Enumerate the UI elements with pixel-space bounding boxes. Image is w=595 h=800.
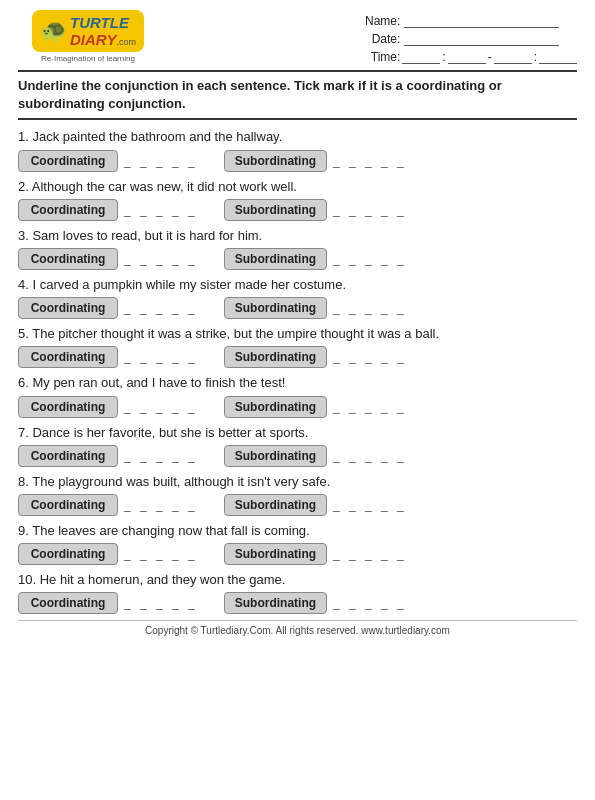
colon-1: : (442, 50, 445, 64)
coordinating-btn-7[interactable]: Coordinating (18, 445, 118, 467)
date-field-row: Date: (364, 32, 577, 46)
sentence-item-1: 1. Jack painted the bathroom and the hal… (18, 128, 577, 171)
time-input-3[interactable] (494, 50, 532, 64)
sentences-list: 1. Jack painted the bathroom and the hal… (18, 128, 577, 614)
name-label: Name: (364, 14, 400, 28)
name-field-row: Name: (364, 14, 577, 28)
coord-group-10: Coordinating _ _ _ _ _ (18, 592, 214, 614)
time-field-row: Time: : - : (364, 50, 577, 64)
coord-group-3: Coordinating _ _ _ _ _ (18, 248, 214, 270)
subordinating-btn-3[interactable]: Subordinating (224, 248, 327, 270)
coord-dashes-8: _ _ _ _ _ (124, 498, 198, 512)
subord-dashes-6: _ _ _ _ _ (333, 400, 407, 414)
coord-dashes-4: _ _ _ _ _ (124, 301, 198, 315)
coord-group-5: Coordinating _ _ _ _ _ (18, 346, 214, 368)
coord-dashes-6: _ _ _ _ _ (124, 400, 198, 414)
coord-dashes-1: _ _ _ _ _ (124, 154, 198, 168)
sentence-item-3: 3. Sam loves to read, but it is hard for… (18, 227, 577, 270)
coord-dashes-3: _ _ _ _ _ (124, 252, 198, 266)
coord-group-9: Coordinating _ _ _ _ _ (18, 543, 214, 565)
sentence-text-2: 2. Although the car was new, it did not … (18, 178, 577, 196)
subord-dashes-3: _ _ _ _ _ (333, 252, 407, 266)
coord-dashes-9: _ _ _ _ _ (124, 547, 198, 561)
time-input-2[interactable] (448, 50, 486, 64)
coord-dashes-2: _ _ _ _ _ (124, 203, 198, 217)
coord-group-8: Coordinating _ _ _ _ _ (18, 494, 214, 516)
subord-group-7: Subordinating _ _ _ _ _ (224, 445, 423, 467)
subord-group-9: Subordinating _ _ _ _ _ (224, 543, 423, 565)
sentence-item-10: 10. He hit a homerun, and they won the g… (18, 571, 577, 614)
subordinating-btn-5[interactable]: Subordinating (224, 346, 327, 368)
subord-dashes-9: _ _ _ _ _ (333, 547, 407, 561)
sentence-text-8: 8. The playground was built, although it… (18, 473, 577, 491)
coordinating-btn-8[interactable]: Coordinating (18, 494, 118, 516)
coord-dashes-10: _ _ _ _ _ (124, 596, 198, 610)
sentence-text-1: 1. Jack painted the bathroom and the hal… (18, 128, 577, 146)
answer-row-10: Coordinating _ _ _ _ _ Subordinating _ _… (18, 592, 577, 614)
time-input-1[interactable] (402, 50, 440, 64)
subord-group-2: Subordinating _ _ _ _ _ (224, 199, 423, 221)
coord-dashes-5: _ _ _ _ _ (124, 350, 198, 364)
logo-subtitle: Re-Imagination of learning (41, 54, 135, 63)
subordinating-btn-4[interactable]: Subordinating (224, 297, 327, 319)
date-input-line[interactable] (404, 32, 559, 46)
sentence-text-6: 6. My pen ran out, and I have to finish … (18, 374, 577, 392)
time-input-4[interactable] (539, 50, 577, 64)
subordinating-btn-7[interactable]: Subordinating (224, 445, 327, 467)
turtle-icon: 🐢 (40, 18, 67, 44)
coordinating-btn-2[interactable]: Coordinating (18, 199, 118, 221)
subord-group-10: Subordinating _ _ _ _ _ (224, 592, 423, 614)
subord-dashes-4: _ _ _ _ _ (333, 301, 407, 315)
sentence-item-9: 9. The leaves are changing now that fall… (18, 522, 577, 565)
subordinating-btn-10[interactable]: Subordinating (224, 592, 327, 614)
coordinating-btn-3[interactable]: Coordinating (18, 248, 118, 270)
sentence-text-5: 5. The pitcher thought it was a strike, … (18, 325, 577, 343)
subord-group-4: Subordinating _ _ _ _ _ (224, 297, 423, 319)
subordinating-btn-1[interactable]: Subordinating (224, 150, 327, 172)
logo-turtle-text: TURTLE (70, 14, 129, 31)
answer-row-8: Coordinating _ _ _ _ _ Subordinating _ _… (18, 494, 577, 516)
sentence-text-7: 7. Dance is her favorite, but she is bet… (18, 424, 577, 442)
sentence-text-3: 3. Sam loves to read, but it is hard for… (18, 227, 577, 245)
name-fields: Name: Date: Time: : - : (364, 14, 577, 64)
coordinating-btn-10[interactable]: Coordinating (18, 592, 118, 614)
coordinating-btn-1[interactable]: Coordinating (18, 150, 118, 172)
sentence-item-7: 7. Dance is her favorite, but she is bet… (18, 424, 577, 467)
subordinating-btn-9[interactable]: Subordinating (224, 543, 327, 565)
sentence-text-10: 10. He hit a homerun, and they won the g… (18, 571, 577, 589)
subord-group-8: Subordinating _ _ _ _ _ (224, 494, 423, 516)
logo-area: 🐢 TURTLE DIARY .com Re-Imagination of le… (18, 10, 158, 63)
subord-dashes-2: _ _ _ _ _ (333, 203, 407, 217)
subordinating-btn-2[interactable]: Subordinating (224, 199, 327, 221)
name-input-line[interactable] (404, 14, 559, 28)
subordinating-btn-8[interactable]: Subordinating (224, 494, 327, 516)
sentence-item-6: 6. My pen ran out, and I have to finish … (18, 374, 577, 417)
instruction-text: Underline the conjunction in each senten… (18, 70, 577, 120)
colon-2: : (534, 50, 537, 64)
coord-group-2: Coordinating _ _ _ _ _ (18, 199, 214, 221)
coordinating-btn-6[interactable]: Coordinating (18, 396, 118, 418)
subord-dashes-8: _ _ _ _ _ (333, 498, 407, 512)
subord-group-6: Subordinating _ _ _ _ _ (224, 396, 423, 418)
dash-1: - (488, 50, 492, 64)
sentence-item-2: 2. Although the car was new, it did not … (18, 178, 577, 221)
coord-group-6: Coordinating _ _ _ _ _ (18, 396, 214, 418)
time-label: Time: (364, 50, 400, 64)
coord-group-7: Coordinating _ _ _ _ _ (18, 445, 214, 467)
subordinating-btn-6[interactable]: Subordinating (224, 396, 327, 418)
coord-dashes-7: _ _ _ _ _ (124, 449, 198, 463)
subord-dashes-10: _ _ _ _ _ (333, 596, 407, 610)
date-label: Date: (364, 32, 400, 46)
answer-row-9: Coordinating _ _ _ _ _ Subordinating _ _… (18, 543, 577, 565)
sentence-item-8: 8. The playground was built, although it… (18, 473, 577, 516)
logo-diary-text: DIARY (70, 31, 116, 48)
logo-box: 🐢 TURTLE DIARY .com (32, 10, 144, 52)
subord-group-5: Subordinating _ _ _ _ _ (224, 346, 423, 368)
answer-row-4: Coordinating _ _ _ _ _ Subordinating _ _… (18, 297, 577, 319)
answer-row-2: Coordinating _ _ _ _ _ Subordinating _ _… (18, 199, 577, 221)
coordinating-btn-4[interactable]: Coordinating (18, 297, 118, 319)
answer-row-6: Coordinating _ _ _ _ _ Subordinating _ _… (18, 396, 577, 418)
coordinating-btn-5[interactable]: Coordinating (18, 346, 118, 368)
coordinating-btn-9[interactable]: Coordinating (18, 543, 118, 565)
subord-group-3: Subordinating _ _ _ _ _ (224, 248, 423, 270)
